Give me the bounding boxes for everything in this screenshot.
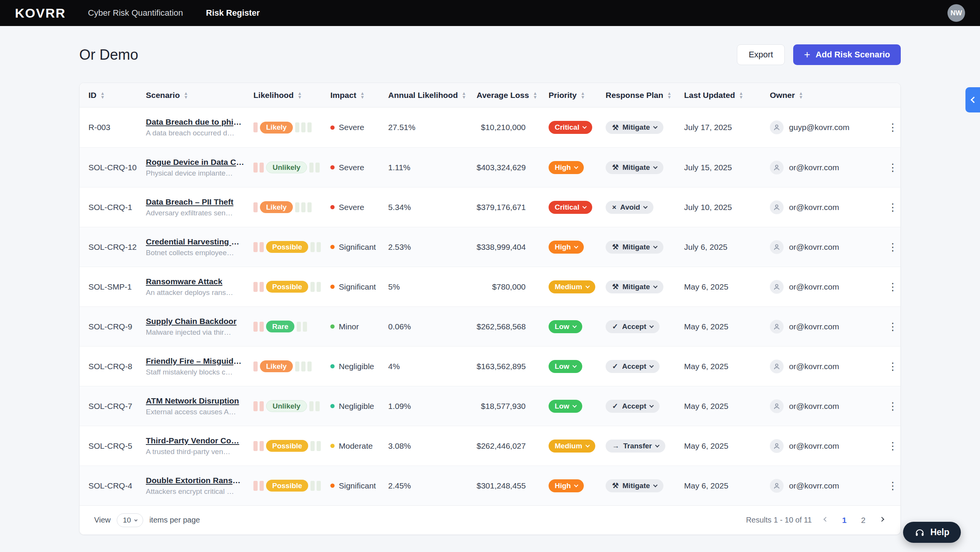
scenario-link[interactable]: Third-Party Vendor Co… xyxy=(146,436,244,445)
scenario-link[interactable]: Data Breach – PII Theft xyxy=(146,197,244,207)
page-number-2[interactable]: 2 xyxy=(859,515,868,526)
column-header-average-loss[interactable]: Average Loss ▲▼ xyxy=(477,91,549,100)
collapse-panel-handle[interactable] xyxy=(965,87,980,112)
nav-item-risk-register[interactable]: Risk Register xyxy=(206,8,260,18)
page-size-value: 10 xyxy=(123,516,131,524)
scenario-link[interactable]: Rogue Device in Data Ce… xyxy=(146,158,244,167)
table-row[interactable]: SOL-CRQ-9 Supply Chain Backdoor Malware … xyxy=(80,306,900,346)
kebab-menu-icon[interactable]: ⋮ xyxy=(885,440,900,452)
priority-badge[interactable]: Medium xyxy=(549,280,595,293)
priority-badge[interactable]: High xyxy=(549,479,584,492)
likelihood-bars-right xyxy=(297,322,307,332)
table-row[interactable]: SOL-SMP-1 Ransomware Attack An attacker … xyxy=(80,267,900,306)
kebab-menu-icon[interactable]: ⋮ xyxy=(885,480,900,492)
previous-page-button[interactable] xyxy=(822,517,830,523)
kebab-menu-icon[interactable]: ⋮ xyxy=(885,161,900,174)
priority-badge[interactable]: High xyxy=(549,241,584,254)
likelihood-bar xyxy=(253,282,258,292)
table-row[interactable]: SOL-CRQ-5 Third-Party Vendor Co… A trust… xyxy=(80,426,900,466)
response-plan-dropdown[interactable]: ⚒ Mitigate xyxy=(606,280,663,293)
sort-icon[interactable]: ▲▼ xyxy=(581,91,585,99)
table-row[interactable]: SOL-CRQ-7 ATM Network Disruption Externa… xyxy=(80,386,900,426)
priority-badge[interactable]: Low xyxy=(549,360,582,373)
impact-label: Severe xyxy=(339,123,364,132)
sort-icon[interactable]: ▲▼ xyxy=(360,91,365,99)
response-plan-dropdown[interactable]: ⚒ Mitigate xyxy=(606,121,663,134)
sort-icon[interactable]: ▲▼ xyxy=(297,91,302,99)
column-header-impact[interactable]: Impact ▲▼ xyxy=(330,91,388,100)
column-header-annual-likelihood[interactable]: Annual Likelihood ▲▼ xyxy=(388,91,477,100)
kebab-menu-icon[interactable]: ⋮ xyxy=(885,241,900,253)
impact-cell: Negligible xyxy=(330,362,388,371)
scenario-link[interactable]: Ransomware Attack xyxy=(146,277,244,286)
response-plan-dropdown[interactable]: ✓ Accept xyxy=(606,360,660,373)
response-plan-dropdown[interactable]: ✓ Accept xyxy=(606,320,660,333)
column-header-last-updated[interactable]: Last Updated ▲▼ xyxy=(684,91,770,100)
column-header-response-plan[interactable]: Response Plan ▲▼ xyxy=(606,91,684,100)
table-row[interactable]: SOL-CRQ-10 Rogue Device in Data Ce… Phys… xyxy=(80,147,900,187)
priority-cell: Low xyxy=(549,360,606,373)
scenario-link[interactable]: Supply Chain Backdoor xyxy=(146,317,244,326)
plus-icon: + xyxy=(804,49,810,60)
response-plan-dropdown[interactable]: ⚒ Mitigate xyxy=(606,241,663,254)
response-plan-dropdown[interactable]: × Avoid xyxy=(606,201,653,214)
scenario-link[interactable]: Credential Harvesting B… xyxy=(146,237,244,246)
response-plan-dropdown[interactable]: ⚒ Mitigate xyxy=(606,479,663,492)
likelihood-badge: Possible xyxy=(266,281,308,293)
priority-badge[interactable]: Critical xyxy=(549,121,592,134)
priority-badge[interactable]: High xyxy=(549,161,584,174)
response-plan-label: Accept xyxy=(622,402,646,410)
kebab-menu-icon[interactable]: ⋮ xyxy=(885,360,900,373)
add-risk-scenario-button[interactable]: + Add Risk Scenario xyxy=(793,44,901,65)
kebab-menu-icon[interactable]: ⋮ xyxy=(885,121,900,134)
column-header-priority[interactable]: Priority ▲▼ xyxy=(549,91,606,100)
sort-icon[interactable]: ▲▼ xyxy=(462,91,466,99)
nav-item-cyber-risk-quantification[interactable]: Cyber Risk Quantification xyxy=(88,8,183,18)
page-number-1[interactable]: 1 xyxy=(840,515,849,526)
owner-cell: or@kovrr.com xyxy=(770,320,885,334)
annual-likelihood-value: 2.45% xyxy=(388,481,477,490)
export-button[interactable]: Export xyxy=(737,44,785,65)
next-page-button[interactable] xyxy=(878,517,886,523)
table-row[interactable]: R-003 Data Breach due to phis… A data br… xyxy=(80,107,900,147)
kebab-menu-icon[interactable]: ⋮ xyxy=(885,321,900,333)
kebab-menu-icon[interactable]: ⋮ xyxy=(885,281,900,293)
sort-icon[interactable]: ▲▼ xyxy=(184,91,188,99)
user-avatar[interactable]: NW xyxy=(947,4,965,22)
scenario-link[interactable]: ATM Network Disruption xyxy=(146,396,244,405)
kebab-menu-icon[interactable]: ⋮ xyxy=(885,201,900,213)
page-size-dropdown[interactable]: 10 xyxy=(117,513,143,527)
response-plan-dropdown[interactable]: ✓ Accept xyxy=(606,400,660,413)
table-row[interactable]: SOL-CRQ-8 Friendly Fire – Misguide… Staf… xyxy=(80,346,900,386)
likelihood-bar xyxy=(307,202,312,212)
table-row[interactable]: SOL-CRQ-12 Credential Harvesting B… Botn… xyxy=(80,227,900,267)
scenario-link[interactable]: Friendly Fire – Misguide… xyxy=(146,357,244,366)
response-plan-dropdown[interactable]: → Transfer xyxy=(606,440,665,453)
scenario-link[interactable]: Data Breach due to phis… xyxy=(146,117,244,127)
owner-cell: or@kovrr.com xyxy=(770,479,885,493)
priority-badge[interactable]: Critical xyxy=(549,201,592,214)
table-row[interactable]: SOL-CRQ-4 Double Extortion Ranso… Attack… xyxy=(80,466,900,505)
arrow-right-icon: → xyxy=(612,442,619,449)
priority-badge[interactable]: Low xyxy=(549,400,582,413)
scenario-cell: Rogue Device in Data Ce… Physical device… xyxy=(146,158,253,177)
kebab-menu-icon[interactable]: ⋮ xyxy=(885,400,900,412)
sort-icon[interactable]: ▲▼ xyxy=(667,91,672,99)
table-row[interactable]: SOL-CRQ-1 Data Breach – PII Theft Advers… xyxy=(80,187,900,227)
priority-badge[interactable]: Medium xyxy=(549,440,595,453)
sort-icon[interactable]: ▲▼ xyxy=(533,91,537,99)
sort-icon[interactable]: ▲▼ xyxy=(739,91,743,99)
column-header-likelihood[interactable]: Likelihood ▲▼ xyxy=(253,91,330,100)
likelihood-bars-right xyxy=(310,282,321,292)
chevron-down-icon xyxy=(644,204,648,208)
response-plan-dropdown[interactable]: ⚒ Mitigate xyxy=(606,161,663,174)
help-button[interactable]: Help xyxy=(903,522,961,543)
scenario-subtitle: Botnet collects employee… xyxy=(146,249,244,257)
priority-badge[interactable]: Low xyxy=(549,320,582,333)
column-header-id[interactable]: ID ▲▼ xyxy=(88,91,146,100)
column-header-owner[interactable]: Owner ▲▼ xyxy=(770,91,885,100)
sort-icon[interactable]: ▲▼ xyxy=(799,91,803,99)
sort-icon[interactable]: ▲▼ xyxy=(100,91,105,99)
column-header-scenario[interactable]: Scenario ▲▼ xyxy=(146,91,253,100)
scenario-link[interactable]: Double Extortion Ranso… xyxy=(146,476,244,485)
